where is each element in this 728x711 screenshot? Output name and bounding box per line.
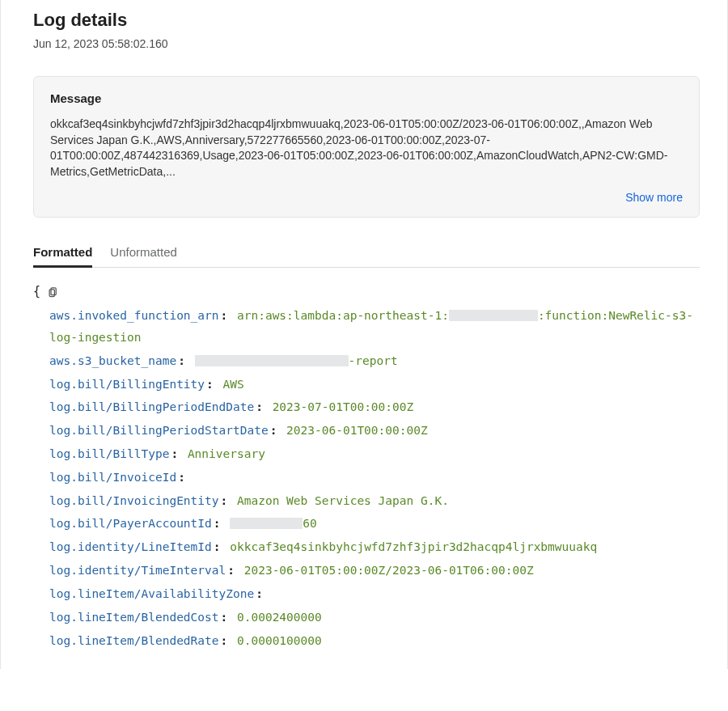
kv-key: log.bill/BillingPeriodEndDate [49, 400, 254, 413]
kv-invoicing-entity: log.bill/InvoicingEntity: Amazon Web Ser… [49, 490, 700, 512]
kv-blended-cost: log.lineItem/BlendedCost: 0.0002400000 [49, 607, 700, 628]
kv-list: aws.invoked_function_arn: arn:aws:lambda… [33, 305, 700, 651]
kv-key: log.lineItem/BlendedCost [49, 611, 219, 624]
kv-key: log.bill/PayerAccountId [49, 517, 212, 530]
kv-invoice-id: log.bill/InvoiceId: [49, 467, 700, 489]
message-box: Message okkcaf3eq4sinkbyhcjwfd7zhf3jpir3… [33, 76, 700, 218]
kv-value: 2023-06-01T05:00:00Z/2023-06-01T06:00:00… [244, 564, 534, 577]
formatted-block: { aws.invoked_function_arn: arn:aws:lamb… [33, 281, 700, 651]
kv-key: log.identity/LineItemId [49, 540, 212, 553]
kv-key: aws.s3_bucket_name [49, 354, 176, 367]
kv-value: 2023-06-01T00:00:00Z [286, 424, 428, 437]
redacted [195, 355, 349, 366]
page-title: Log details [33, 10, 700, 31]
kv-invoked-function-arn: aws.invoked_function_arn: arn:aws:lambda… [49, 305, 700, 349]
kv-availability-zone: log.lineItem/AvailabilityZone: [49, 583, 700, 605]
kv-s3-bucket-name: aws.s3_bucket_name: -report [49, 350, 700, 372]
kv-value: Amazon Web Services Japan G.K. [237, 494, 449, 507]
kv-value: okkcaf3eq4sinkbyhcjwfd7zhf3jpir3d2hacqp4… [230, 540, 597, 553]
kv-value: 60 [230, 517, 316, 530]
kv-key: log.bill/BillingPeriodStartDate [49, 424, 269, 437]
kv-line-item-id: log.identity/LineItemId: okkcaf3eq4sinkb… [49, 536, 700, 558]
kv-bill-type: log.bill/BillType: Anniversary [49, 443, 700, 465]
kv-billing-period-end: log.bill/BillingPeriodEndDate: 2023-07-0… [49, 396, 700, 418]
copy-icon[interactable] [47, 286, 59, 298]
kv-payer-account-id: log.bill/PayerAccountId: 60 [49, 513, 700, 535]
kv-key: aws.invoked_function_arn [49, 309, 219, 322]
kv-value: AWS [223, 378, 244, 391]
redacted [449, 310, 538, 321]
redacted [230, 518, 303, 529]
tabs: Formatted Unformatted [33, 245, 700, 268]
kv-key: log.lineItem/AvailabilityZone [49, 587, 254, 600]
tab-unformatted[interactable]: Unformatted [110, 245, 177, 267]
show-more-link[interactable]: Show more [625, 191, 683, 204]
kv-key: log.bill/InvoiceId [49, 471, 176, 484]
brace-open: { [33, 281, 40, 303]
kv-value: 0.0000100000 [237, 634, 322, 647]
kv-key: log.bill/BillingEntity [49, 378, 205, 391]
kv-value: 2023-07-01T00:00:00Z [273, 400, 414, 413]
kv-value: 0.0002400000 [237, 611, 322, 624]
log-timestamp: Jun 12, 2023 05:58:02.160 [33, 37, 700, 50]
kv-billing-entity: log.bill/BillingEntity: AWS [49, 374, 700, 396]
kv-blended-rate: log.lineItem/BlendedRate: 0.0000100000 [49, 630, 700, 652]
kv-value: Anniversary [188, 447, 265, 460]
kv-value: -report [195, 354, 398, 367]
message-body: okkcaf3eq4sinkbyhcjwfd7zhf3jpir3d2hacqp4… [50, 116, 683, 180]
kv-key: log.identity/TimeInterval [49, 564, 226, 577]
kv-billing-period-start: log.bill/BillingPeriodStartDate: 2023-06… [49, 420, 700, 442]
tab-formatted[interactable]: Formatted [33, 245, 92, 267]
kv-key: log.bill/BillType [49, 447, 169, 460]
log-details-page: Log details Jun 12, 2023 05:58:02.160 Me… [0, 0, 728, 669]
kv-key: log.bill/InvoicingEntity [49, 494, 219, 507]
kv-time-interval: log.identity/TimeInterval: 2023-06-01T05… [49, 560, 700, 582]
message-heading: Message [50, 91, 683, 105]
kv-key: log.lineItem/BlendedRate [49, 634, 219, 647]
